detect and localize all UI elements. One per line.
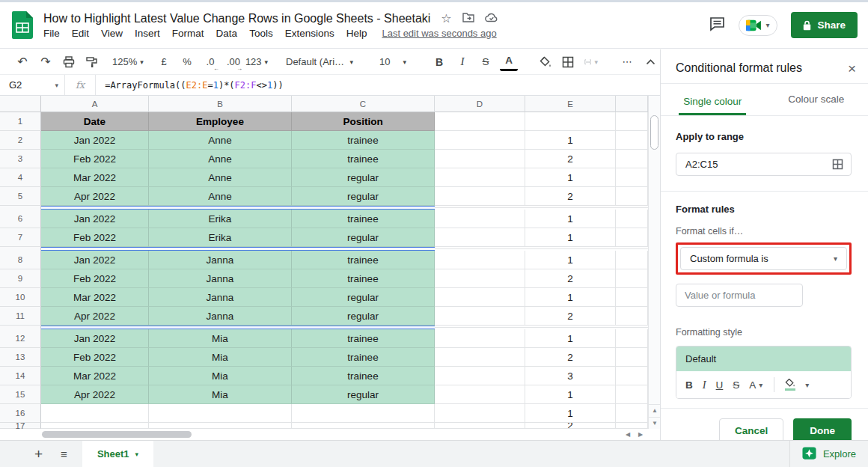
column-header-a[interactable]: A bbox=[41, 96, 149, 112]
cell-b17[interactable] bbox=[149, 423, 292, 429]
tab-colour-scale[interactable]: Colour scale bbox=[765, 84, 868, 115]
scroll-left-button[interactable]: ◀ bbox=[623, 430, 633, 439]
cell-f7[interactable] bbox=[616, 228, 648, 247]
cell-e5[interactable]: 2 bbox=[525, 187, 616, 206]
cell-f9[interactable] bbox=[616, 269, 648, 288]
cell-c13[interactable]: trainee bbox=[292, 348, 435, 367]
cell-d2[interactable] bbox=[435, 131, 525, 150]
cell-e16[interactable]: 1 bbox=[525, 404, 616, 423]
vertical-scrollbar[interactable]: ▲ ▼ bbox=[648, 96, 660, 429]
cell-c2[interactable]: trainee bbox=[292, 131, 435, 150]
menu-item-file[interactable]: File bbox=[43, 28, 60, 39]
cell-b3[interactable]: Anne bbox=[149, 150, 292, 168]
cell-e1[interactable] bbox=[525, 112, 616, 131]
cell-f3[interactable] bbox=[616, 150, 648, 168]
row-header-7[interactable]: 7 bbox=[0, 228, 41, 247]
cell-e14[interactable]: 3 bbox=[525, 367, 616, 385]
row-header-2[interactable]: 2 bbox=[0, 131, 41, 150]
cell-d13[interactable] bbox=[435, 348, 525, 367]
cell-c3[interactable]: trainee bbox=[292, 150, 435, 168]
cell-a10[interactable]: Mar 2022 bbox=[41, 288, 149, 307]
menu-item-insert[interactable]: Insert bbox=[135, 28, 160, 39]
cell-f2[interactable] bbox=[616, 131, 648, 150]
menu-item-edit[interactable]: Edit bbox=[72, 28, 89, 39]
style-underline-button[interactable]: U bbox=[716, 379, 724, 391]
cell-a11[interactable]: Apr 2022 bbox=[41, 307, 149, 326]
row-header-6[interactable]: 6 bbox=[0, 210, 41, 228]
row-header-16[interactable]: 16 bbox=[0, 404, 41, 423]
menu-item-view[interactable]: View bbox=[101, 28, 123, 39]
column-header-f-partial[interactable] bbox=[616, 96, 648, 112]
row-header-10[interactable]: 10 bbox=[0, 288, 41, 307]
all-sheets-button[interactable]: ≡ bbox=[61, 448, 67, 460]
cell-a4[interactable]: Mar 2022 bbox=[41, 168, 149, 187]
cell-b14[interactable]: Mia bbox=[149, 367, 292, 385]
cell-e13[interactable]: 2 bbox=[525, 348, 616, 367]
cell-e17[interactable]: 2 bbox=[525, 423, 616, 429]
cell-f8[interactable] bbox=[616, 251, 648, 269]
cell-f13[interactable] bbox=[616, 348, 648, 367]
menu-item-help[interactable]: Help bbox=[346, 28, 367, 39]
cell-d17[interactable] bbox=[435, 423, 525, 429]
horizontal-scroll-thumb[interactable] bbox=[42, 431, 192, 438]
row-header-8[interactable]: 8 bbox=[0, 251, 41, 269]
decrease-decimals-button[interactable]: .0 bbox=[201, 53, 219, 71]
cell-e12[interactable]: 1 bbox=[525, 329, 616, 348]
cell-b9[interactable]: Janna bbox=[149, 269, 292, 288]
select-data-range-icon[interactable] bbox=[832, 159, 843, 170]
cell-b2[interactable]: Anne bbox=[149, 131, 292, 150]
cell-e8[interactable]: 1 bbox=[525, 251, 616, 269]
cell-f10[interactable] bbox=[616, 288, 648, 307]
cell-c10[interactable]: regular bbox=[292, 288, 435, 307]
star-icon[interactable]: ☆ bbox=[441, 13, 451, 25]
cell-a17[interactable] bbox=[41, 423, 149, 429]
close-panel-icon[interactable]: × bbox=[848, 61, 856, 76]
more-toolbar-button[interactable]: ⋯ bbox=[618, 53, 636, 71]
cell-e6[interactable]: 1 bbox=[525, 210, 616, 228]
row-header-4[interactable]: 4 bbox=[0, 168, 41, 187]
formula-value-input[interactable] bbox=[676, 284, 803, 307]
cell-d1[interactable] bbox=[435, 112, 525, 131]
cell-d4[interactable] bbox=[435, 168, 525, 187]
increase-decimals-button[interactable]: .00 bbox=[224, 53, 242, 71]
cell-d6[interactable] bbox=[435, 210, 525, 228]
cell-b8[interactable]: Janna bbox=[149, 251, 292, 269]
cell-a12[interactable]: Jan 2022 bbox=[41, 329, 149, 348]
last-edit-link[interactable]: Last edit was seconds ago bbox=[382, 28, 496, 39]
cell-d10[interactable] bbox=[435, 288, 525, 307]
cell-c9[interactable]: trainee bbox=[292, 269, 435, 288]
more-formats-button[interactable]: 123▾ bbox=[248, 53, 266, 71]
strikethrough-button[interactable]: S bbox=[477, 53, 495, 71]
cell-d11[interactable] bbox=[435, 307, 525, 326]
cell-b13[interactable]: Mia bbox=[149, 348, 292, 367]
cell-d15[interactable] bbox=[435, 385, 525, 404]
cell-c1[interactable]: Position bbox=[292, 112, 435, 131]
cell-c8[interactable]: trainee bbox=[292, 251, 435, 269]
sheets-logo-icon[interactable] bbox=[12, 11, 33, 39]
cell-f14[interactable] bbox=[616, 367, 648, 385]
italic-button[interactable]: I bbox=[453, 53, 471, 71]
menu-item-format[interactable]: Format bbox=[172, 28, 204, 39]
add-sheet-button[interactable]: + bbox=[34, 446, 43, 463]
cell-a1[interactable]: Date bbox=[41, 112, 149, 131]
collapse-toolbar-button[interactable] bbox=[641, 53, 659, 71]
cell-d12[interactable] bbox=[435, 329, 525, 348]
cell-a16[interactable] bbox=[41, 404, 149, 423]
cell-c16[interactable] bbox=[292, 404, 435, 423]
cell-a3[interactable]: Feb 2022 bbox=[41, 150, 149, 168]
sheet-tab-active[interactable]: Sheet1 ▾ bbox=[82, 441, 153, 467]
cell-e7[interactable]: 1 bbox=[525, 228, 616, 247]
cell-f15[interactable] bbox=[616, 385, 648, 404]
column-header-e[interactable]: E bbox=[525, 96, 616, 112]
cell-b12[interactable]: Mia bbox=[149, 329, 292, 348]
cell-a6[interactable]: Jan 2022 bbox=[41, 210, 149, 228]
cell-e10[interactable]: 1 bbox=[525, 288, 616, 307]
cell-c5[interactable]: regular bbox=[292, 187, 435, 206]
cell-a8[interactable]: Jan 2022 bbox=[41, 251, 149, 269]
cell-a15[interactable]: Apr 2022 bbox=[41, 385, 149, 404]
tab-single-colour[interactable]: Single colour bbox=[661, 84, 765, 115]
style-fill-color-button[interactable] bbox=[784, 379, 795, 391]
row-header-12[interactable]: 12 bbox=[0, 329, 41, 348]
move-folder-icon[interactable] bbox=[462, 12, 474, 25]
meet-button[interactable]: ▾ bbox=[739, 15, 777, 36]
